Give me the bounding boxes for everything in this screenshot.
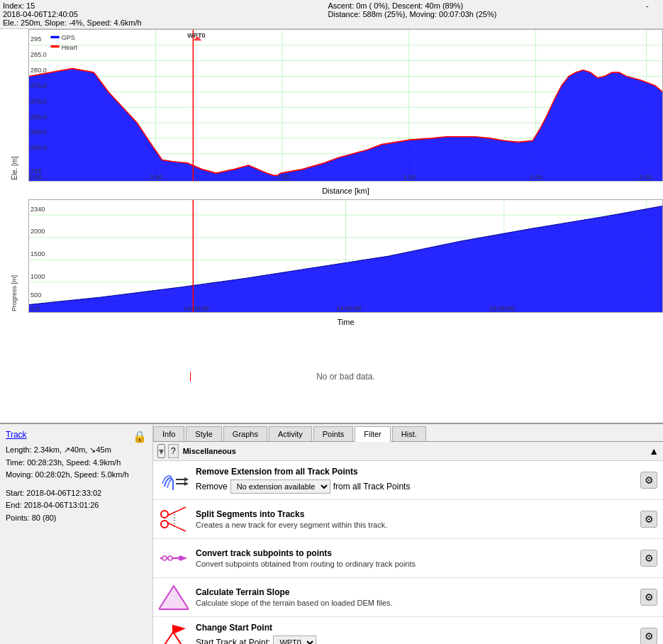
svg-text:15:00:00: 15:00:00: [489, 305, 515, 312]
track-end: End: 2018-04-06T13:01:26: [6, 499, 147, 512]
svg-point-61: [161, 521, 168, 528]
right-panel: Info Style Graphs Activity Points Filter…: [152, 424, 663, 644]
terrain-slope-title: Calculate Terrain Slope: [196, 587, 633, 597]
svg-text:1000: 1000: [30, 272, 45, 279]
start-point-dropdown[interactable]: WPT0: [273, 635, 316, 644]
tab-hist[interactable]: Hist.: [392, 426, 426, 441]
svg-text:265.0: 265.0: [30, 112, 47, 120]
svg-text:2340: 2340: [30, 206, 45, 213]
collapse-button[interactable]: ▾: [157, 444, 165, 458]
svg-point-68: [162, 556, 167, 560]
svg-text:2.00: 2.00: [530, 172, 542, 180]
svg-rect-32: [50, 45, 59, 48]
filter-item-convert-subpoints: Convert track subpoints to points Conver…: [153, 539, 663, 578]
track-time: Time: 00:28:23h, Speed: 4.9km/h: [6, 457, 147, 470]
convert-subpoints-desc: Convert subpoints obtained from routing …: [196, 560, 633, 568]
extension-dropdown[interactable]: No extension available: [230, 479, 330, 494]
track-start: Start: 2018-04-06T12:33:02: [6, 487, 147, 500]
svg-text:0.0: 0.0: [30, 305, 40, 312]
elevation-x-label: Distance [km]: [28, 182, 663, 199]
no-data-text: No or bad data.: [316, 372, 375, 382]
terrain-slope-desc: Calculate slope of the terrain based on …: [196, 599, 633, 607]
elevation-chart-inner[interactable]: 295 285.0 280.0 275.0 270.0 265.0 260.0 …: [28, 29, 663, 182]
svg-text:2.50: 2.50: [640, 172, 652, 180]
svg-text:500: 500: [30, 292, 41, 299]
track-moving: Moving: 00:28:02h, Speed: 5.0km/h: [6, 469, 147, 482]
svg-text:0.00: 0.00: [29, 172, 42, 180]
tab-style[interactable]: Style: [186, 426, 221, 441]
progress-chart: Progress [m] 2340: [0, 199, 663, 313]
elevation-x-axis: Distance [km]: [0, 182, 663, 199]
terrain-slope-text: Calculate Terrain Slope Calculate slope …: [196, 587, 633, 607]
tab-activity[interactable]: Activity: [269, 426, 312, 441]
track-points: Points: 80 (80): [6, 512, 147, 525]
chart-area: Ele. [m]: [0, 29, 663, 423]
split-segments-desc: Creates a new track for every segment wi…: [196, 521, 633, 529]
svg-text:280.0: 280.0: [30, 66, 47, 74]
progress-svg: 2340 2000 1500 1000 500 0.0 14:40:00 14:…: [29, 200, 662, 312]
tabs: Info Style Graphs Activity Points Filter…: [153, 424, 663, 442]
no-data-inner: No or bad data.: [28, 372, 663, 382]
remove-extension-gear[interactable]: ⚙: [640, 472, 657, 489]
tab-info[interactable]: Info: [153, 426, 184, 441]
svg-text:260.0: 260.0: [30, 128, 47, 135]
split-segments-text: Split Segments into Tracks Creates a new…: [196, 509, 633, 529]
svg-text:14:50:00: 14:50:00: [336, 305, 362, 312]
svg-text:14:40:00: 14:40:00: [184, 305, 209, 312]
svg-text:0.50: 0.50: [150, 172, 162, 180]
tab-content-filter: ▾ ? Miscellaneous ▲: [153, 442, 663, 644]
filter-item-change-start: Change Start Point Start Track at Point:…: [153, 617, 663, 644]
progress-y-label: Progress [m]: [0, 199, 28, 313]
convert-subpoints-title: Convert track subpoints to points: [196, 548, 633, 558]
svg-marker-13: [29, 69, 662, 181]
svg-marker-57: [184, 477, 189, 482]
convert-subpoints-icon: [159, 543, 189, 573]
progress-x-label: Time: [28, 313, 663, 331]
svg-text:Heart: Heart: [62, 43, 78, 51]
index-label: Index: 15: [3, 1, 321, 10]
change-start-gear[interactable]: ⚙: [640, 628, 657, 644]
elevation-chart: Ele. [m]: [0, 29, 663, 182]
top-info-bar: Index: 15 2018-04-06T12:40:05 Ele.: 250m…: [0, 0, 663, 29]
progress-x-axis-label: Time: [337, 318, 354, 326]
track-dates: Start: 2018-04-06T12:33:02 End: 2018-04-…: [6, 487, 147, 525]
terrain-slope-icon: [159, 582, 189, 612]
svg-text:270.0: 270.0: [30, 96, 47, 104]
svg-text:1.00: 1.00: [277, 172, 289, 180]
svg-rect-30: [50, 36, 59, 38]
datetime-label: 2018-04-06T12:40:05: [3, 10, 321, 18]
remove-extension-title: Remove Extension from all Track Points: [196, 467, 633, 477]
svg-point-60: [161, 511, 168, 518]
misc-header-icons: ▾ ?: [157, 444, 179, 458]
svg-rect-67: [179, 556, 182, 560]
progress-chart-inner[interactable]: 2340 2000 1500 1000 500 0.0 14:40:00 14:…: [28, 199, 663, 313]
elevation-x-axis-label: Distance [km]: [322, 187, 369, 195]
change-start-action: Start Track at Point: WPT0: [196, 635, 633, 644]
change-start-text: Change Start Point Start Track at Point:…: [196, 623, 633, 644]
split-segments-gear[interactable]: ⚙: [640, 511, 657, 528]
tab-graphs[interactable]: Graphs: [223, 426, 267, 441]
misc-header: ▾ ? Miscellaneous ▲: [153, 442, 663, 461]
svg-line-62: [167, 507, 186, 516]
svg-text:2000: 2000: [30, 228, 45, 235]
remove-prefix: Remove: [196, 482, 228, 492]
top-info-dash: -: [646, 1, 660, 27]
left-panel: Track 🔒 Length: 2.34km, ↗40m, ↘45m Time:…: [0, 424, 152, 644]
svg-text:GPS: GPS: [62, 33, 75, 41]
svg-text:285.0: 285.0: [30, 50, 47, 58]
tab-filter[interactable]: Filter: [355, 426, 390, 442]
convert-subpoints-gear[interactable]: ⚙: [640, 550, 657, 567]
lock-icon[interactable]: 🔒: [133, 430, 147, 443]
svg-text:295: 295: [30, 35, 41, 43]
terrain-slope-gear[interactable]: ⚙: [640, 589, 657, 606]
track-link[interactable]: Track: [6, 430, 27, 440]
no-data-area: No or bad data.: [0, 331, 663, 423]
no-data-red-line: [190, 372, 191, 382]
help-button[interactable]: ?: [168, 444, 179, 458]
tab-points[interactable]: Points: [313, 426, 354, 441]
remove-extension-text: Remove Extension from all Track Points R…: [196, 467, 633, 494]
scroll-up-button[interactable]: ▲: [649, 445, 659, 457]
svg-text:1.50: 1.50: [403, 172, 416, 180]
elevation-y-label: Ele. [m]: [0, 29, 28, 182]
change-start-title: Change Start Point: [196, 623, 633, 633]
